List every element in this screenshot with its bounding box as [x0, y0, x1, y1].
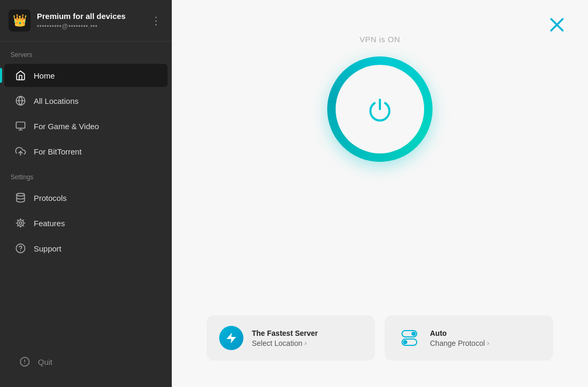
auto-protocol-subtitle: Change Protocol ›: [430, 339, 489, 347]
settings-section-label: Settings: [0, 164, 172, 185]
sidebar-item-home[interactable]: Home: [4, 64, 168, 87]
sidebar-item-all-locations[interactable]: All Locations: [4, 89, 168, 112]
servers-section-label: Servers: [0, 42, 172, 63]
vpn-status: VPN is ON: [359, 35, 400, 44]
svg-rect-2: [16, 122, 25, 129]
protocol-icon-area: [397, 326, 422, 350]
svg-point-8: [17, 220, 24, 226]
sidebar-item-support[interactable]: Support: [4, 237, 168, 260]
close-button[interactable]: [547, 15, 567, 35]
power-icon: [365, 94, 395, 124]
power-ring-inner: [336, 65, 424, 153]
header-text: Premium for all devices ••••••••••@•••••…: [37, 11, 149, 30]
sidebar-header: 👑 Premium for all devices ••••••••••@•••…: [0, 0, 172, 42]
torrent-icon: [15, 146, 26, 157]
toggle-icon: [398, 326, 421, 350]
game-icon: [15, 120, 26, 132]
sidebar: 👑 Premium for all devices ••••••••••@•••…: [0, 0, 172, 387]
quit-label: Quit: [38, 357, 53, 366]
header-title: Premium for all devices: [37, 11, 149, 22]
power-ring: [327, 56, 433, 162]
app-logo: 👑: [8, 9, 31, 32]
auto-protocol-arrow: ›: [487, 339, 489, 347]
sidebar-item-protocols-label: Protocols: [34, 193, 67, 202]
svg-marker-17: [227, 333, 236, 343]
fastest-server-title: The Fastest Server: [252, 329, 318, 337]
vpn-power-area: VPN is ON: [327, 26, 433, 315]
sidebar-item-home-label: Home: [34, 71, 55, 80]
bolt-icon: [225, 332, 238, 344]
sidebar-item-features-label: Features: [34, 219, 65, 228]
bolt-icon-circle: [219, 326, 243, 350]
bottom-cards: The Fastest Server Select Location ›: [193, 315, 567, 371]
fastest-server-subtitle: Select Location ›: [252, 339, 318, 347]
more-options-button[interactable]: ⋮: [149, 13, 163, 28]
protocols-icon: [15, 192, 26, 204]
svg-point-19: [411, 332, 416, 336]
sidebar-item-features[interactable]: Features: [4, 211, 168, 235]
fastest-server-text: The Fastest Server Select Location ›: [252, 329, 318, 347]
power-button[interactable]: [327, 56, 433, 162]
features-icon: [15, 217, 26, 229]
globe-icon: [15, 95, 26, 107]
main-content: VPN is ON The Fastest Ser: [172, 0, 588, 387]
sidebar-item-support-label: Support: [34, 244, 62, 253]
svg-point-6: [17, 193, 25, 196]
sidebar-item-protocols[interactable]: Protocols: [4, 186, 168, 209]
crown-icon: 👑: [13, 14, 27, 27]
sidebar-item-game-video-label: For Game & Video: [34, 122, 99, 131]
header-subtitle: ••••••••••@••••••••.•••: [37, 23, 149, 30]
sidebar-item-all-locations-label: All Locations: [34, 96, 79, 105]
home-icon: [15, 70, 26, 81]
support-icon: [15, 243, 26, 254]
sidebar-item-bittorrent-label: For BitTorrent: [34, 147, 82, 156]
auto-protocol-title: Auto: [430, 329, 489, 337]
auto-protocol-text: Auto Change Protocol ›: [430, 329, 489, 347]
sidebar-bottom: Quit: [0, 349, 172, 387]
fastest-server-arrow: ›: [305, 339, 307, 347]
svg-point-21: [403, 340, 407, 344]
fastest-server-card[interactable]: The Fastest Server Select Location ›: [207, 315, 375, 361]
sidebar-item-game-video[interactable]: For Game & Video: [4, 114, 168, 138]
quit-button[interactable]: Quit: [8, 350, 163, 373]
sidebar-item-bittorrent[interactable]: For BitTorrent: [4, 140, 168, 163]
quit-icon: [19, 356, 31, 367]
auto-protocol-card[interactable]: Auto Change Protocol ›: [385, 315, 553, 361]
svg-point-7: [19, 222, 22, 225]
